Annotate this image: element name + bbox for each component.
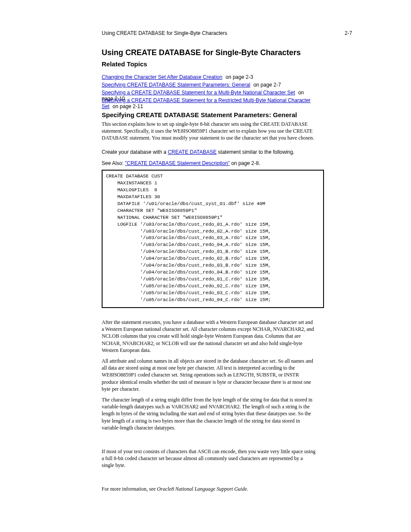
related-link-row-2: Specifying CREATE DATABASE Statement Par… [102,82,316,88]
create-db-suffix: statement similar to the following. [217,149,295,155]
section-title-task: Specifying CREATE DATABASE Statement Par… [102,111,316,118]
see-also-line: See Also: "CREATE DATABASE Statement Des… [102,160,316,166]
footer-prefix: For more information, see [102,486,157,492]
see-also-suffix: on page 2-8. [230,160,260,166]
see-also-prefix: See Also: [102,160,125,166]
running-header: Using CREATE DATABASE for Single-Byte Ch… [102,30,316,36]
link-multibyte-national[interactable]: Specifying a CREATE DATABASE Statement f… [102,90,295,96]
footer-line: For more information, see Oracle8 Nation… [102,486,316,492]
paragraph-after-exec: After the statement executes, you have a… [102,319,316,354]
paragraph-char-length: The character length of a string might d… [102,396,316,431]
link-specifying-general[interactable]: Specifying CREATE DATABASE Statement Par… [102,82,250,88]
paragraph-ascii: If most of your text consists of charact… [102,448,316,469]
footer-book: Oracle8 National Language Support Guide [157,486,247,492]
link-create-database[interactable]: CREATE DATABASE [168,149,216,155]
sql-code-block: CREATE DATABASE CUST MAXINSTANCES 1 MAXL… [102,170,324,308]
section-title-related: Related Topics [102,60,316,68]
link-suffix: on page 2-3 [222,74,255,80]
paragraph-attribute-names: All attribute and column names in all ob… [102,358,316,392]
related-link-row-1: Changing the Character Set After Databas… [102,74,316,80]
related-link-row-4: Specifying a CREATE DATABASE Statement f… [102,97,316,109]
footer-suffix: . [247,486,248,492]
page-number: 2-7 [345,30,352,36]
link-suffix: on page 2-11 [109,103,145,109]
section-title-main: Using CREATE DATABASE for Single-Byte Ch… [102,48,316,57]
create-db-prefix: Create your database with a [102,149,168,155]
paragraph-intro: This section explains how to set up sing… [102,121,316,142]
link-create-db-description[interactable]: "CREATE DATABASE Statement Description" [125,160,230,166]
link-changing-charset[interactable]: Changing the Character Set After Databas… [102,74,222,80]
link-suffix: on page 2-7 [250,82,283,88]
create-database-sentence: Create your database with a CREATE DATAB… [102,149,316,155]
